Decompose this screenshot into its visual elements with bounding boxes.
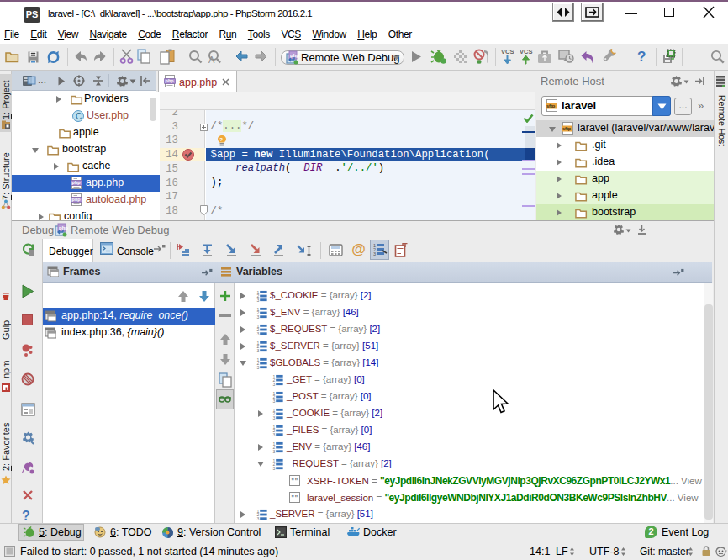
- svg-text:VCS: VCS: [520, 48, 532, 55]
- svg-text:?: ?: [219, 137, 223, 142]
- svg-text:VCS: VCS: [501, 48, 514, 55]
- svg-text:3: 3: [373, 251, 376, 256]
- svg-text:C: C: [76, 112, 82, 121]
